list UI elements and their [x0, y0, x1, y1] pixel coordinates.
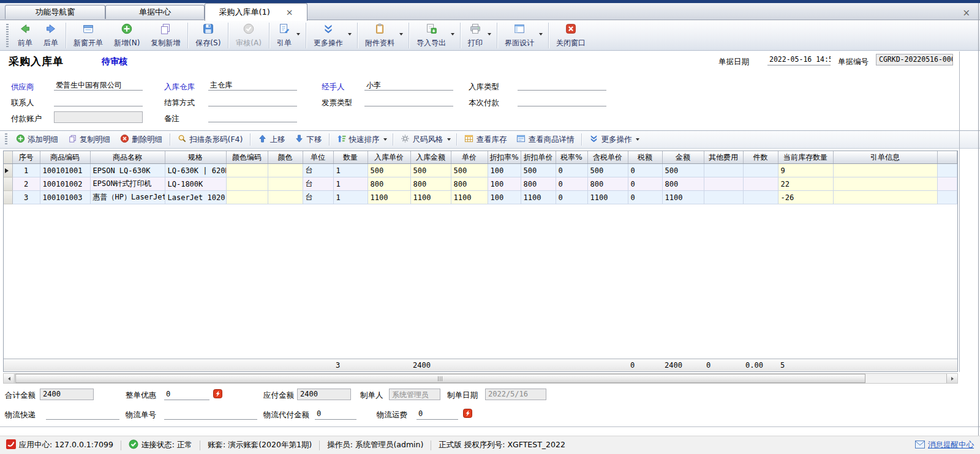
tab-close-icon[interactable]: ×: [286, 8, 293, 17]
column-header[interactable]: 折扣单价: [521, 151, 556, 164]
toolbar-grip[interactable]: [6, 24, 9, 47]
cell-4[interactable]: [226, 177, 268, 191]
cell-12[interactable]: 1100: [521, 191, 556, 204]
cell-8[interactable]: 800: [368, 177, 410, 191]
scan-barcode-button[interactable]: 扫描条形码(F4): [173, 132, 247, 147]
column-header[interactable]: 税率%: [556, 151, 587, 164]
save-button[interactable]: 保存(S): [190, 20, 226, 50]
cell-15[interactable]: 0: [628, 191, 662, 204]
dropdown-caret-icon[interactable]: [447, 138, 451, 141]
column-header[interactable]: 含税单价: [587, 151, 628, 164]
cell-11[interactable]: 100: [488, 191, 521, 204]
doc-maker-field[interactable]: 系统管理员: [389, 389, 440, 400]
more-operations-button[interactable]: 更多操作: [308, 20, 355, 50]
tab-function-nav[interactable]: 功能导航窗: [5, 5, 105, 19]
cell-19[interactable]: 22: [778, 177, 833, 191]
scroll-left-button[interactable]: [4, 374, 15, 383]
tab-doc-center[interactable]: 单据中心: [105, 5, 205, 19]
copy-add-button[interactable]: 复制新增: [145, 20, 186, 50]
cell-0[interactable]: 3: [12, 191, 40, 204]
copy-detail-button[interactable]: 复制明细: [63, 132, 115, 147]
cell-18[interactable]: [743, 191, 778, 204]
cell-13[interactable]: 0: [556, 164, 587, 177]
column-header[interactable]: 折扣率%: [488, 151, 521, 164]
ref-doc-button[interactable]: 引单: [271, 20, 304, 50]
cell-6[interactable]: 台: [303, 191, 333, 204]
cell-12[interactable]: 800: [521, 177, 556, 191]
logistics-express-field[interactable]: [46, 409, 119, 420]
dropdown-caret-icon[interactable]: [451, 33, 454, 35]
cell-3[interactable]: LaserJet 1020: [165, 191, 226, 204]
next-doc-button[interactable]: 后单: [38, 20, 64, 50]
cell-5[interactable]: [268, 164, 303, 177]
contact-field[interactable]: [54, 95, 143, 106]
quick-edit-icon[interactable]: [213, 389, 222, 398]
quick-sort-button[interactable]: 快速排序: [332, 132, 390, 147]
freight-field[interactable]: 0: [417, 409, 458, 420]
column-header[interactable]: 入库金额: [410, 151, 451, 164]
close-window-button[interactable]: 关闭窗口: [551, 20, 591, 50]
cell-17[interactable]: [704, 191, 743, 204]
settle-method-field[interactable]: [208, 95, 297, 106]
cell-8[interactable]: 500: [368, 164, 410, 177]
table-row[interactable]: 1100101001EPSON LQ-630KLQ-630K | 620K台15…: [4, 164, 957, 177]
move-down-button[interactable]: 下移: [290, 132, 326, 147]
remark-field[interactable]: [208, 111, 297, 122]
print-button[interactable]: 打印: [462, 20, 495, 50]
inbound-type-field[interactable]: [518, 80, 606, 91]
column-header[interactable]: 商品名称: [90, 151, 165, 164]
cell-20[interactable]: [833, 177, 937, 191]
column-header[interactable]: 颜色: [268, 151, 303, 164]
table-row[interactable]: 3100101003惠普（HP）LaserJetLaserJet 1020台11…: [4, 191, 957, 204]
pay-account-field[interactable]: [54, 111, 143, 123]
add-detail-button[interactable]: 添加明细: [11, 132, 63, 147]
column-header[interactable]: 引单信息: [833, 151, 937, 164]
cod-amount-field[interactable]: 0: [315, 409, 356, 420]
column-header[interactable]: 数量: [333, 151, 368, 164]
cell-7[interactable]: 1: [333, 177, 368, 191]
detail-more-operations-button[interactable]: 更多操作: [584, 132, 643, 147]
dropdown-caret-icon[interactable]: [383, 138, 387, 141]
cell-16[interactable]: 800: [662, 177, 704, 191]
supplier-field[interactable]: 爱普生中国有限公司: [54, 80, 143, 91]
scrollbar-thumb[interactable]: [15, 374, 865, 383]
cell-15[interactable]: 0: [628, 177, 662, 191]
warehouse-field[interactable]: 主仓库: [208, 80, 297, 91]
payment-field[interactable]: [518, 95, 606, 106]
cell-4[interactable]: [226, 164, 268, 177]
cell-13[interactable]: 0: [556, 177, 587, 191]
delete-detail-button[interactable]: 删除明细: [115, 132, 167, 147]
cell-7[interactable]: 1: [333, 164, 368, 177]
cell-1[interactable]: 100101002: [40, 177, 90, 191]
cell-12[interactable]: 500: [521, 164, 556, 177]
ui-design-button[interactable]: 界面设计: [499, 20, 546, 50]
column-header[interactable]: 金额: [662, 151, 704, 164]
cell-2[interactable]: EPSON LQ-630K: [90, 164, 165, 177]
make-date-field[interactable]: 2022/5/16: [485, 389, 546, 400]
column-header[interactable]: 税额: [628, 151, 662, 164]
toolbar-grip[interactable]: [5, 133, 7, 146]
dropdown-caret-icon[interactable]: [539, 33, 543, 35]
cell-5[interactable]: [268, 191, 303, 204]
cell-10[interactable]: 1100: [451, 191, 488, 204]
cell-1[interactable]: 100101003: [40, 191, 90, 204]
cell-2[interactable]: EPSON针式打印机: [90, 177, 165, 191]
import-export-button[interactable]: 导入导出: [411, 20, 458, 50]
column-header[interactable]: 颜色编码: [226, 151, 268, 164]
invoice-type-field[interactable]: [364, 95, 453, 106]
column-header[interactable]: 单位: [303, 151, 333, 164]
size-style-button[interactable]: 尺码风格: [396, 132, 454, 147]
cell-18[interactable]: [743, 164, 778, 177]
dropdown-caret-icon[interactable]: [636, 138, 639, 141]
cell-15[interactable]: 0: [628, 164, 662, 177]
cell-20[interactable]: [833, 164, 937, 177]
payable-amount-field[interactable]: 2400: [297, 389, 351, 400]
horizontal-scrollbar[interactable]: [3, 373, 958, 384]
cell-3[interactable]: LQ-1800K: [165, 177, 226, 191]
cell-17[interactable]: [704, 164, 743, 177]
tabbar-close-icon[interactable]: ×: [962, 7, 970, 18]
whole-discount-field[interactable]: 0: [164, 389, 209, 400]
cell-14[interactable]: 800: [587, 177, 628, 191]
tracking-no-field[interactable]: [164, 409, 257, 420]
cell-17[interactable]: [704, 177, 743, 191]
